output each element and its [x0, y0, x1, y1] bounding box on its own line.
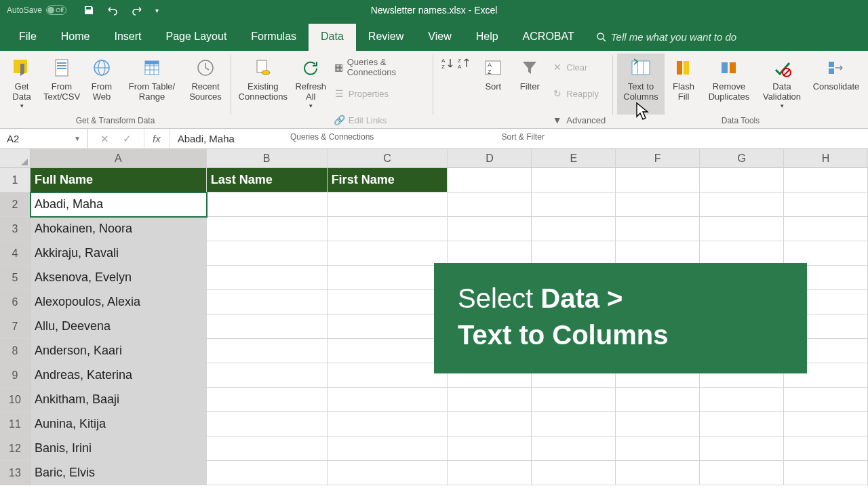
cell[interactable] [616, 461, 700, 485]
cell[interactable] [784, 461, 868, 485]
from-web-button[interactable]: From Web [84, 54, 119, 115]
cell[interactable] [448, 461, 532, 485]
data-validation-button[interactable]: Data Validation ▾ [757, 54, 807, 115]
cell[interactable] [207, 412, 328, 436]
cell[interactable] [532, 217, 616, 241]
tab-file[interactable]: File [7, 24, 49, 51]
text-to-columns-button[interactable]: Text to Columns [617, 54, 665, 115]
cell[interactable] [448, 241, 532, 266]
advanced-filter-button[interactable]: ▼Advanced [549, 108, 608, 132]
undo-icon[interactable] [106, 5, 119, 16]
from-table-button[interactable]: From Table/ Range [121, 54, 183, 115]
tab-view[interactable]: View [416, 24, 463, 51]
cell[interactable] [784, 241, 868, 266]
cell[interactable] [328, 217, 448, 241]
remove-duplicates-button[interactable]: Remove Duplicates [703, 54, 755, 115]
name-box[interactable]: A2 ▼ [0, 129, 88, 148]
col-header-B[interactable]: B [207, 149, 328, 168]
cell[interactable]: Baric, Elvis [31, 461, 207, 485]
cell[interactable] [328, 290, 448, 314]
cell[interactable] [700, 461, 784, 485]
row-header[interactable]: 6 [0, 290, 31, 314]
cell[interactable]: Alexopoulos, Alexia [31, 290, 207, 314]
cell[interactable]: Aunina, Kitija [31, 412, 207, 436]
cell[interactable] [532, 461, 616, 485]
col-header-E[interactable]: E [532, 149, 616, 168]
col-header-A[interactable]: A [31, 149, 207, 168]
row-header[interactable]: 13 [0, 461, 31, 485]
cell[interactable] [328, 192, 448, 217]
properties-button[interactable]: ☰Properties [331, 81, 429, 106]
cell[interactable] [700, 412, 784, 436]
col-header-G[interactable]: G [700, 149, 784, 168]
cell[interactable] [700, 388, 784, 412]
cell[interactable] [616, 192, 700, 217]
accept-icon[interactable]: ✓ [123, 133, 132, 145]
cell[interactable] [616, 168, 700, 192]
cell[interactable] [207, 241, 328, 266]
row-header[interactable]: 1 [0, 168, 31, 192]
cell[interactable] [700, 241, 784, 266]
cell[interactable] [532, 168, 616, 192]
cell[interactable] [328, 266, 448, 290]
clear-filter-button[interactable]: ✕Clear [549, 55, 608, 79]
tab-data[interactable]: Data [309, 24, 356, 51]
cell[interactable] [616, 436, 700, 461]
cell[interactable] [784, 436, 868, 461]
cell[interactable] [207, 217, 328, 241]
flash-fill-button[interactable]: Flash Fill [666, 54, 701, 115]
cell[interactable] [616, 412, 700, 436]
cell[interactable] [328, 412, 448, 436]
sort-asc-icon[interactable]: AZ [440, 56, 455, 71]
row-header[interactable]: 8 [0, 339, 31, 363]
cell[interactable] [532, 192, 616, 217]
cell[interactable] [207, 266, 328, 290]
cell[interactable]: Banis, Irini [31, 436, 207, 461]
cell[interactable] [448, 192, 532, 217]
row-header[interactable]: 3 [0, 217, 31, 241]
cell[interactable]: Anderson, Kaari [31, 339, 207, 363]
autosave-toggle[interactable]: AutoSave Off [7, 5, 66, 15]
select-all-corner[interactable] [0, 149, 31, 168]
queries-connections-button[interactable]: ▦Queries & Connections [331, 55, 429, 79]
cell[interactable] [532, 388, 616, 412]
cell[interactable]: Aksenova, Evelyn [31, 266, 207, 290]
tell-me-search[interactable]: Tell me what you want to do [587, 24, 746, 51]
cell[interactable] [616, 388, 700, 412]
cell[interactable]: Last Name [207, 168, 328, 192]
tab-acrobat[interactable]: ACROBAT [511, 24, 587, 51]
cell[interactable] [328, 461, 448, 485]
cell[interactable] [207, 192, 328, 217]
cell-active[interactable]: Abadi, Maha [31, 192, 207, 217]
recent-sources-button[interactable]: Recent Sources [184, 54, 226, 115]
row-header[interactable]: 2 [0, 192, 31, 217]
cell[interactable] [448, 412, 532, 436]
cell[interactable] [207, 388, 328, 412]
tab-insert[interactable]: Insert [102, 24, 153, 51]
cell[interactable] [328, 314, 448, 339]
cell[interactable]: Andreas, Katerina [31, 363, 207, 388]
cell[interactable] [700, 168, 784, 192]
cell[interactable] [700, 192, 784, 217]
cell[interactable]: Akkiraju, Ravali [31, 241, 207, 266]
cell[interactable] [328, 363, 448, 388]
tab-page-layout[interactable]: Page Layout [153, 24, 239, 51]
cell[interactable] [207, 339, 328, 363]
cell[interactable] [532, 241, 616, 266]
consolidate-button[interactable]: Consolidate [808, 54, 864, 115]
fx-button[interactable]: fx [144, 129, 170, 148]
col-header-C[interactable]: C [328, 149, 448, 168]
cell[interactable] [532, 412, 616, 436]
cell[interactable]: Ahokainen, Noora [31, 217, 207, 241]
cell[interactable] [207, 363, 328, 388]
cell[interactable] [328, 241, 448, 266]
col-header-F[interactable]: F [616, 149, 700, 168]
cell[interactable] [700, 217, 784, 241]
sort-desc-icon[interactable]: ZA [456, 56, 471, 71]
row-header[interactable]: 5 [0, 266, 31, 290]
col-header-H[interactable]: H [784, 149, 868, 168]
tab-review[interactable]: Review [356, 24, 416, 51]
row-header[interactable]: 12 [0, 436, 31, 461]
row-header[interactable]: 7 [0, 314, 31, 339]
qat-dropdown-icon[interactable]: ▾ [155, 7, 159, 14]
